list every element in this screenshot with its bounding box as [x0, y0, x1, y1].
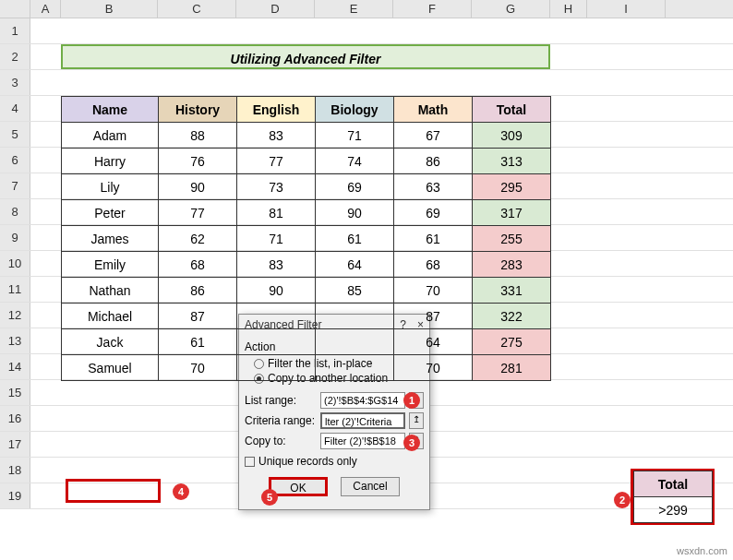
table-cell[interactable]: 63: [394, 174, 473, 200]
table-cell[interactable]: 313: [473, 149, 551, 174]
table-cell[interactable]: Peter: [62, 200, 159, 226]
criteria-range-picker-icon[interactable]: ↥: [409, 412, 424, 429]
table-cell[interactable]: Lily: [62, 174, 159, 200]
col-header-b[interactable]: B: [61, 0, 158, 18]
row-header[interactable]: 14: [0, 354, 30, 379]
table-cell[interactable]: Adam: [62, 123, 159, 149]
row-header[interactable]: 18: [0, 458, 30, 483]
col-header-d[interactable]: D: [236, 0, 315, 18]
table-cell[interactable]: [237, 355, 316, 381]
table-cell[interactable]: Nathan: [62, 278, 159, 304]
table-cell[interactable]: 70: [394, 278, 473, 304]
table-cell[interactable]: James: [62, 226, 159, 252]
table-cell[interactable]: 73: [237, 174, 316, 200]
table-header-math[interactable]: Math: [394, 97, 473, 123]
table-cell[interactable]: [316, 304, 394, 329]
table-cell[interactable]: 76: [159, 149, 237, 174]
table-cell[interactable]: 68: [159, 252, 237, 278]
table-cell[interactable]: 283: [473, 252, 551, 278]
ok-button[interactable]: OK: [269, 477, 328, 496]
table-cell[interactable]: 88: [159, 123, 237, 149]
col-header-g[interactable]: G: [472, 0, 550, 18]
select-all-corner[interactable]: [0, 0, 30, 18]
row-header[interactable]: 3: [0, 70, 30, 95]
row-header[interactable]: 4: [0, 96, 30, 121]
table-cell[interactable]: Emily: [62, 252, 159, 278]
table-cell[interactable]: 86: [394, 149, 473, 174]
table-cell[interactable]: [316, 329, 394, 355]
col-header-e[interactable]: E: [315, 0, 393, 18]
row-header[interactable]: 5: [0, 122, 30, 147]
table-cell[interactable]: 295: [473, 174, 551, 200]
table-cell[interactable]: 87: [159, 304, 237, 329]
table-cell[interactable]: 281: [473, 355, 551, 381]
table-cell[interactable]: 317: [473, 200, 551, 226]
table-cell[interactable]: 275: [473, 329, 551, 355]
table-cell[interactable]: 87: [394, 304, 473, 329]
row-header[interactable]: 8: [0, 199, 30, 224]
col-header-c[interactable]: C: [158, 0, 236, 18]
table-cell[interactable]: 61: [159, 329, 237, 355]
row-header[interactable]: 10: [0, 251, 30, 276]
table-cell[interactable]: 64: [316, 252, 394, 278]
col-header-f[interactable]: F: [393, 0, 472, 18]
table-cell[interactable]: 70: [394, 355, 473, 381]
table-cell[interactable]: [237, 304, 316, 329]
table-cell[interactable]: 77: [159, 200, 237, 226]
table-cell[interactable]: 255: [473, 226, 551, 252]
criteria-header[interactable]: Total: [634, 471, 713, 497]
row-header[interactable]: 11: [0, 277, 30, 302]
table-header-total[interactable]: Total: [473, 97, 551, 123]
table-cell[interactable]: 90: [316, 200, 394, 226]
criteria-value[interactable]: >299: [634, 497, 713, 523]
row-header[interactable]: 1: [0, 18, 30, 43]
table-cell[interactable]: 61: [394, 226, 473, 252]
table-cell[interactable]: [316, 355, 394, 381]
row-header[interactable]: 19: [0, 483, 30, 508]
table-cell[interactable]: 64: [394, 329, 473, 355]
table-cell[interactable]: [237, 329, 316, 355]
table-header-english[interactable]: English: [237, 97, 316, 123]
row-header[interactable]: 7: [0, 173, 30, 198]
row-header[interactable]: 6: [0, 148, 30, 173]
unique-records-checkbox[interactable]: [245, 457, 255, 467]
col-header-h[interactable]: H: [550, 0, 587, 18]
table-cell[interactable]: 74: [316, 149, 394, 174]
table-cell[interactable]: Jack: [62, 329, 159, 355]
row-header[interactable]: 9: [0, 225, 30, 250]
table-cell[interactable]: 69: [394, 200, 473, 226]
row-header[interactable]: 16: [0, 406, 30, 431]
copy-to-input[interactable]: Filter (2)'!$B$18: [320, 433, 405, 449]
table-cell[interactable]: 69: [316, 174, 394, 200]
table-cell[interactable]: 322: [473, 304, 551, 329]
table-cell[interactable]: 83: [237, 123, 316, 149]
table-cell[interactable]: Samuel: [62, 355, 159, 381]
table-header-history[interactable]: History: [159, 97, 237, 123]
table-cell[interactable]: 71: [316, 123, 394, 149]
table-header-biology[interactable]: Biology: [316, 97, 394, 123]
table-cell[interactable]: 77: [237, 149, 316, 174]
col-header-i[interactable]: I: [587, 0, 666, 18]
table-cell[interactable]: 331: [473, 278, 551, 304]
table-cell[interactable]: 70: [159, 355, 237, 381]
row-header[interactable]: 13: [0, 328, 30, 353]
row-header[interactable]: 2: [0, 44, 30, 69]
criteria-range-input[interactable]: lter (2)'!Criteria: [320, 412, 405, 429]
table-cell[interactable]: 62: [159, 226, 237, 252]
table-cell[interactable]: 61: [316, 226, 394, 252]
table-cell[interactable]: 71: [237, 226, 316, 252]
row-header[interactable]: 17: [0, 432, 30, 457]
table-cell[interactable]: Harry: [62, 149, 159, 174]
table-cell[interactable]: Michael: [62, 304, 159, 329]
row-header[interactable]: 12: [0, 303, 30, 328]
table-cell[interactable]: 90: [159, 174, 237, 200]
list-range-input[interactable]: (2)'!$B$4:$G$14: [320, 392, 405, 409]
table-cell[interactable]: 67: [394, 123, 473, 149]
row-header[interactable]: 15: [0, 380, 30, 405]
table-cell[interactable]: 81: [237, 200, 316, 226]
col-header-a[interactable]: A: [30, 0, 61, 18]
table-cell[interactable]: 90: [237, 278, 316, 304]
table-header-name[interactable]: Name: [62, 97, 159, 123]
table-cell[interactable]: 85: [316, 278, 394, 304]
table-cell[interactable]: 309: [473, 123, 551, 149]
